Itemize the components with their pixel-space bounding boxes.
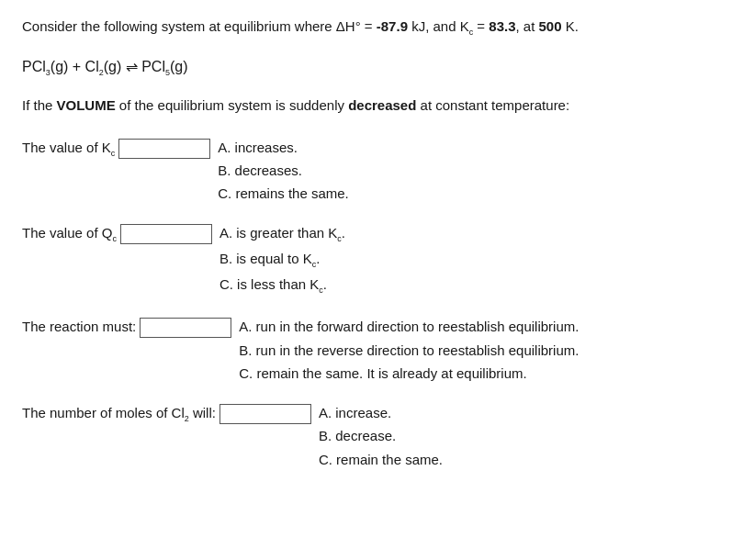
q3-answer-input[interactable]	[140, 318, 231, 338]
chemical-equation: PCl3(g) + Cl2(g) ⇌ PCl5(g)	[22, 56, 732, 80]
q1-label: The value of Kc	[22, 137, 115, 160]
q4-label: The number of moles of Cl2 will:	[22, 402, 216, 425]
question-kc-block: The value of Kc A. increases. B. decreas…	[22, 137, 732, 205]
q2-options: A. is greater than Kc. B. is equal to Kc…	[219, 222, 345, 297]
q2-label-input: The value of Qc	[22, 222, 219, 245]
q3-option-b: B. run in the reverse direction to reest…	[239, 340, 579, 361]
q1-options: A. increases. B. decreases. C. remains t…	[218, 137, 349, 205]
q4-option-c: C. remain the same.	[319, 449, 443, 470]
q1-option-b: B. decreases.	[218, 160, 349, 181]
q1-option-c: C. remains the same.	[218, 183, 349, 204]
intro-paragraph: Consider the following system at equilib…	[22, 17, 732, 39]
q2-label: The value of Qc	[22, 222, 117, 245]
question-cl2-block: The number of moles of Cl2 will: A. incr…	[22, 402, 732, 470]
q3-label-input: The reaction must:	[22, 316, 239, 338]
q4-option-b: B. decrease.	[319, 425, 443, 446]
q4-options: A. increase. B. decrease. C. remain the …	[319, 402, 443, 470]
q1-option-a: A. increases.	[218, 137, 349, 158]
q2-answer-input[interactable]	[120, 224, 212, 244]
q4-answer-input[interactable]	[219, 404, 311, 424]
q3-options: A. run in the forward direction to reest…	[239, 316, 579, 384]
q2-option-b: B. is equal to Kc.	[219, 248, 345, 272]
question-qc-block: The value of Qc A. is greater than Kc. B…	[22, 222, 732, 297]
q3-option-c: C. remain the same. It is already at equ…	[239, 363, 579, 384]
q4-option-a: A. increase.	[319, 402, 443, 423]
q4-label-input: The number of moles of Cl2 will:	[22, 402, 319, 425]
q2-option-a: A. is greater than Kc.	[219, 222, 345, 246]
condition-text: If the VOLUME of the equilibrium system …	[22, 95, 732, 117]
q2-option-c: C. is less than Kc.	[219, 274, 345, 297]
q3-option-a: A. run in the forward direction to reest…	[239, 316, 579, 337]
question-reaction-block: The reaction must: A. run in the forward…	[22, 316, 732, 384]
q3-label: The reaction must:	[22, 316, 136, 338]
q1-label-input: The value of Kc	[22, 137, 218, 160]
q1-answer-input[interactable]	[118, 139, 210, 159]
